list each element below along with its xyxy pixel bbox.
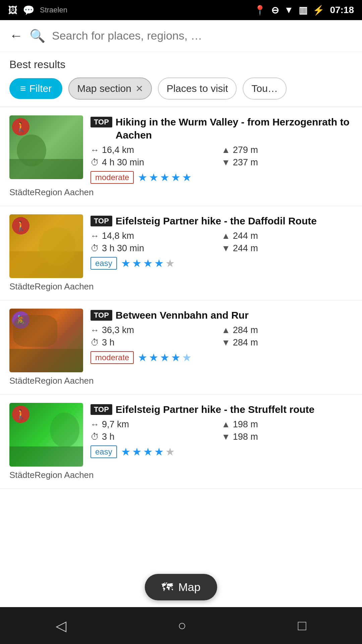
route-region: StädteRegion Aachen [9,187,353,198]
elevation-down-value: 284 m [233,337,258,348]
star-5: ★ [182,171,192,184]
distance-value: 36,3 km [102,325,134,335]
distance-icon: ↔ [90,231,99,241]
chip-places-to-visit[interactable]: Places to visit [158,77,237,100]
route-thumbnail: 🚶 [9,115,83,179]
route-thumbnail: 🚴 [9,309,83,372]
elevation-down-icon: ▼ [222,243,230,254]
route-card: 🚶 TOP Eifelsteig Partner hike - the Stru… [0,395,362,489]
map-fab-icon: 🗺 [162,581,173,594]
filter-label: Filter [29,83,52,94]
star-1: ★ [121,257,131,270]
activity-icon-hiking: 🚶 [12,217,29,234]
filter-button[interactable]: ≡ Filter [9,78,62,99]
duration-value: 4 h 30 min [102,157,144,168]
route-region: StädteRegion Aachen [9,281,353,292]
route-content: TOP Eifelsteig Partner hike - the Daffod… [90,214,353,278]
star-5: ★ [165,445,175,458]
elevation-up-value: 284 m [233,325,258,335]
chip-tours[interactable]: Tou… [243,77,286,100]
route-region: StädteRegion Aachen [9,376,353,386]
battery-icon: ⚡ [313,5,324,16]
nav-recent-button[interactable]: □ [298,618,306,634]
duration-icon: ⏱ [90,243,99,254]
elevation-up-icon: ▲ [222,419,230,430]
time-display: 07:18 [330,5,354,15]
duration-icon: ⏱ [90,157,99,168]
difficulty-badge: easy [90,445,117,458]
elevation-down-icon: ▼ [222,337,230,348]
route-thumbnail: 🚶 [9,403,83,467]
elevation-down-value: 244 m [233,243,258,254]
star-4: ★ [154,445,164,458]
distance-value: 16,4 km [102,145,134,155]
top-badge: TOP [90,117,112,127]
elevation-down-value: 198 m [233,432,258,442]
difficulty-badge: easy [90,257,117,270]
elevation-up-icon: ▲ [222,145,230,155]
top-badge: TOP [90,404,112,415]
elevation-up-value: 198 m [233,419,258,430]
elevation-up-icon: ▲ [222,231,230,241]
back-button[interactable]: ← [9,28,23,43]
star-rating: ★ ★ ★ ★ ★ [121,257,175,270]
distance-value: 9,7 km [102,419,129,430]
map-fab-label: Map [178,581,200,594]
duration-value: 3 h 30 min [102,243,144,254]
difficulty-badge: moderate [90,351,134,364]
route-card: 🚶 TOP Eifelsteig Partner hike - the Daff… [0,206,362,301]
route-title: Between Vennbahn and Rur [116,309,249,322]
route-title: Eifelsteig Partner hike - the Daffodil R… [116,214,317,227]
search-input[interactable] [52,29,353,42]
route-content: TOP Eifelsteig Partner hike - the Struff… [90,403,353,467]
search-bar: ← 🔍 [0,20,362,52]
elevation-down-icon: ▼ [222,157,230,168]
difficulty-row: moderate ★ ★ ★ ★ ★ [90,171,353,184]
bottom-nav: ◁ ○ □ [0,607,362,644]
route-stats: ↔ 36,3 km ▲ 284 m ⏱ 3 h ▼ 284 m [90,325,353,348]
star-2: ★ [149,351,159,364]
route-thumbnail: 🚶 [9,214,83,278]
best-results-label: Best results [0,52,362,74]
elevation-down-value: 237 m [233,157,258,168]
difficulty-badge: moderate [90,171,134,184]
elevation-up-value: 244 m [233,231,258,241]
route-stats: ↔ 16,4 km ▲ 279 m ⏱ 4 h 30 min ▼ 237 m [90,145,353,168]
duration-value: 3 h [102,337,115,348]
nav-home-button[interactable]: ○ [178,618,186,634]
map-fab-button[interactable]: 🗺 Map [145,574,217,600]
elevation-down-icon: ▼ [222,432,230,442]
nav-back-button[interactable]: ◁ [56,618,66,634]
star-5: ★ [165,257,175,270]
chip-places-label: Places to visit [167,83,228,94]
route-content: TOP Hiking in the Wurm Valley - from Her… [90,115,353,184]
star-4: ★ [171,351,181,364]
duration-icon: ⏱ [90,432,99,442]
chip-tours-label: Tou… [251,83,278,94]
star-2: ★ [149,171,159,184]
chip-close-icon[interactable]: ✕ [135,83,143,94]
distance-value: 14,8 km [102,231,134,241]
route-region: StädteRegion Aachen [9,470,353,480]
filter-icon: ≡ [20,83,26,94]
route-card: 🚴 TOP Between Vennbahn and Rur ↔ 36,3 km… [0,301,362,395]
duration-icon: ⏱ [90,337,99,348]
star-rating: ★ ★ ★ ★ ★ [138,171,192,184]
star-2: ★ [132,445,142,458]
star-2: ★ [132,257,142,270]
star-rating: ★ ★ ★ ★ ★ [121,445,175,458]
activity-icon-hiking: 🚶 [12,118,29,136]
route-title: Hiking in the Wurm Valley - from Herzoge… [116,115,353,142]
chip-map-section-label: Map section [77,83,131,94]
star-4: ★ [154,257,164,270]
elevation-up-icon: ▲ [222,325,230,335]
route-card: 🚶 TOP Hiking in the Wurm Valley - from H… [0,107,362,206]
search-icon: 🔍 [29,29,45,43]
distance-icon: ↔ [90,419,99,430]
status-bar-left: 🖼 💬 Straelen [8,5,67,16]
route-stats: ↔ 14,8 km ▲ 244 m ⏱ 3 h 30 min ▼ 244 m [90,231,353,254]
chip-map-section[interactable]: Map section ✕ [68,77,152,100]
message-icon: 💬 [23,5,35,16]
duration-value: 3 h [102,432,115,442]
map-pin-text: Straelen [40,6,67,14]
